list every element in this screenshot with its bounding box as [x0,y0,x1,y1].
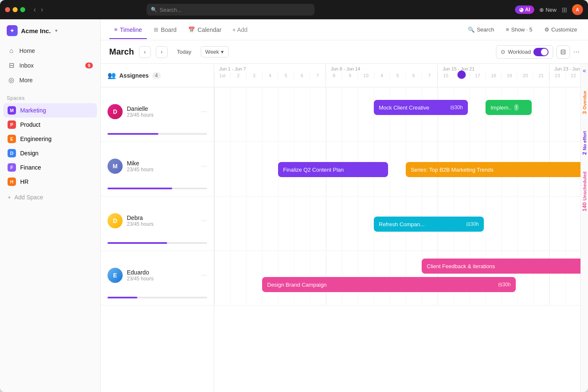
assignee-hours: 23/45 hours [127,167,197,172]
minimize-button[interactable] [13,7,18,12]
overdue-stat[interactable]: 3 Overdue [581,91,588,114]
assignee-hours: 23/45 hours [127,112,197,118]
task-hours: ⊟30h [498,282,511,287]
task-bar[interactable]: Client Feedback & iterations [422,259,580,274]
sidebar-item-home[interactable]: ⌂ Home [3,44,97,58]
grid-col [230,251,246,305]
show-button[interactable]: ≡ Show · 5 [503,25,535,34]
space-item-finance[interactable]: F Finance [3,160,97,175]
assignee-menu-icon[interactable]: ··· [202,108,207,115]
next-arrow[interactable]: › [156,46,168,58]
day-cell: 7 [310,72,326,79]
logo: ✦ [7,25,18,36]
tab-board[interactable]: ⊞ Board [149,24,181,36]
workload-button[interactable]: ⊙ Workload [496,45,553,59]
progress-bar [108,242,167,244]
grid-col [549,87,565,141]
assignee-info: D Danielle 23/45 hours ··· [108,94,207,129]
progress-bar [108,133,158,135]
day-cell: 1st [214,72,230,79]
prev-arrow[interactable]: ‹ [139,46,151,58]
week-label: Week [205,49,219,55]
unscheduled-stat[interactable]: 140 Unscheduled [581,172,588,212]
day-cells: 1st234567 [214,72,326,79]
more-options-button[interactable]: ··· [573,47,580,56]
day-cell: 3 [246,72,262,79]
design-dot: D [8,149,16,157]
customize-button[interactable]: ⚙ Customize [542,25,580,34]
space-item-hr[interactable]: H HR [3,175,97,189]
grid-col [533,87,549,141]
week-selector[interactable]: Week ▾ [201,46,228,57]
timeline-body: 👥 Assignees 4 D Danielle 23/45 hours · [101,64,588,392]
space-item-product[interactable]: P Product [3,118,97,132]
user-avatar[interactable]: A [572,4,583,15]
ai-button[interactable]: ◕ AI [515,5,534,14]
back-button[interactable]: ‹ [32,5,37,14]
filter-button[interactable]: ⊟ [556,45,570,59]
tab-calendar[interactable]: 📅 Calendar [183,24,226,36]
close-button[interactable] [5,7,10,12]
tab-timeline[interactable]: ≡ Timeline [109,24,147,36]
noeffort-stat[interactable]: 2 No effort [581,131,588,155]
global-search-bar[interactable]: 🔍 Search... [147,4,315,16]
task-bar[interactable]: Refresh Compan...⊟30h [374,217,484,232]
avatar: D [108,104,123,119]
new-button[interactable]: ⊕ New [539,7,556,13]
inbox-badge: 9 [85,63,93,68]
sidebar-item-more[interactable]: ◎ More [3,73,97,87]
inbox-label: Inbox [19,62,34,69]
task-label: Series: Top B2B Marketing Trends [411,167,494,173]
gantt-row: Client Feedback & iterationsDesign Brand… [214,251,580,306]
space-item-engineering[interactable]: E Engineering [3,132,97,146]
search-toolbar-button[interactable]: 🔍 Search [465,25,496,34]
timeline-label: Timeline [120,26,142,33]
grid-icon[interactable]: ⊞ [562,6,567,14]
maximize-button[interactable] [20,7,25,12]
week-label: Jun 15 - Jun 21 [438,64,549,72]
grid-col [565,87,580,141]
space-item-marketing[interactable]: M Marketing [3,103,97,118]
search-icon: 🔍 [151,7,157,13]
task-bar[interactable]: Finalize Q2 Content Plan [278,162,388,177]
calendar-label: Calendar [197,26,221,33]
task-bar[interactable]: Implem..! [486,100,532,115]
progress-bar-bg [108,188,207,189]
progress-bar [108,297,137,298]
assignee-name: Debra [127,214,197,221]
task-bar[interactable]: Design Brand Campaign⊟30h [262,277,516,292]
warning-icon: ! [514,104,519,111]
app-window: ‹ › 🔍 Search... ◕ AI ⊕ New ⊞ A ✦ [0,0,588,392]
add-view-button[interactable]: + Add [228,24,252,36]
noeffort-label: No effort [582,131,587,150]
space-item-design[interactable]: D Design [3,146,97,160]
task-hours: ⊟30h [466,221,479,227]
collapse-icon[interactable]: « [583,67,586,74]
company-header[interactable]: ✦ Acme Inc. ▾ [0,19,100,42]
finance-label: Finance [20,164,41,171]
inbox-icon: ⊟ [8,61,15,69]
ai-icon: ◕ [519,7,523,13]
day-cell: 16 [454,72,470,79]
task-bar[interactable]: Mock Client Creative⊟30h [374,100,468,115]
day-cells: 232223242526 [549,72,580,79]
workload-toggle[interactable] [533,48,549,56]
day-cell: 9 [342,72,358,79]
assignee-row: D Danielle 23/45 hours ··· [101,87,214,142]
assignee-menu-icon[interactable]: ··· [202,217,207,225]
assignee-menu-icon[interactable]: ··· [202,272,207,279]
add-space-button[interactable]: + Add Space [0,191,100,204]
spaces-label: Spaces [7,95,25,101]
assignee-menu-icon[interactable]: ··· [202,162,207,170]
week-group: Jun 23 - Jun 28232223242526 [549,64,580,87]
grid-col [230,142,246,196]
customize-label: Customize [551,26,577,33]
today-button[interactable]: Today [173,47,196,57]
marketing-label: Marketing [20,107,46,114]
show-label: Show · 5 [511,26,533,33]
task-bar[interactable]: Series: Top B2B Marketing Trends [406,162,580,177]
sidebar-item-inbox[interactable]: ⊟ Inbox 9 [3,58,97,73]
forward-button[interactable]: › [39,5,45,14]
week-group: Jun 1 - Jun 71st234567 [214,64,326,87]
task-hours: ⊟30h [450,105,463,110]
